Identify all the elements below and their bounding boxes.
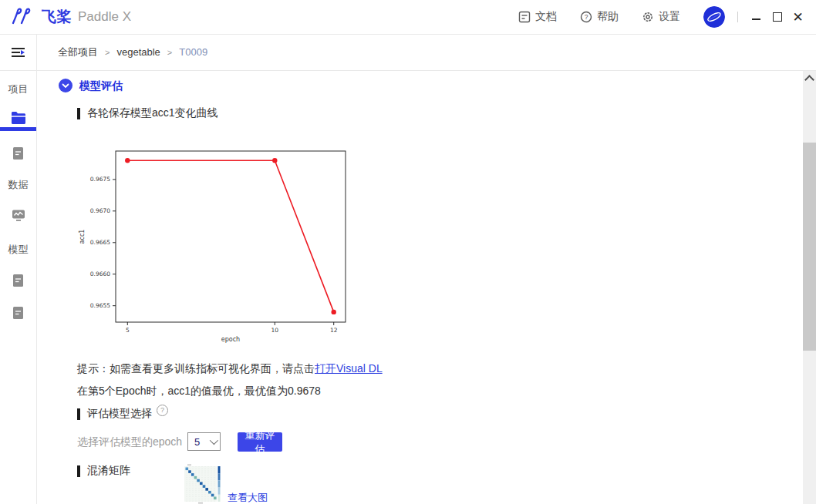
avatar[interactable] (703, 6, 725, 28)
menu-unfold-icon (12, 48, 25, 57)
confusion-section-title: 混淆矩阵 (87, 464, 130, 478)
menu-item-help[interactable]: ? 帮助 (580, 10, 619, 24)
scroll-up-icon[interactable] (805, 74, 813, 82)
open-visualdl-link[interactable]: 打开Visual DL (315, 362, 383, 375)
svg-text:10: 10 (271, 327, 279, 334)
breadcrumb-separator: > (167, 48, 172, 57)
curve-section-title: 各轮保存模型acc1变化曲线 (87, 106, 218, 120)
breadcrumb-bar: 全部项目>vegetable>T0009 (37, 35, 816, 71)
maximize-icon (773, 12, 782, 22)
view-large-link[interactable]: 查看大图 (228, 491, 268, 504)
vertical-scrollbar[interactable] (803, 71, 816, 504)
menu-item-label: 文档 (535, 10, 557, 24)
minimize-button[interactable] (746, 6, 767, 28)
breadcrumb-separator: > (105, 48, 110, 57)
visualdl-tip: 提示：如需查看更多训练指标可视化界面，请点击打开Visual DL (77, 362, 383, 376)
maximize-button[interactable] (767, 6, 787, 28)
tip-text: 提示：如需查看更多训练指标可视化界面，请点击 (77, 362, 315, 375)
app-header: 飞桨 Paddle X 文档 ? 帮助 设置 (0, 0, 816, 35)
help-icon: ? (580, 11, 592, 23)
sidebar-group-label-project: 项目 (0, 82, 36, 96)
scrollbar-thumb[interactable] (803, 143, 816, 351)
sidebar: 项目 数据 模型 (0, 35, 37, 504)
file-icon (12, 274, 24, 287)
eval-section-title: 评估模型选择 (87, 407, 152, 421)
best-epoch-text: 在第5个Epoch时，acc1的值最优，最优值为0.9678 (77, 385, 321, 398)
menu-item-label: 帮助 (597, 10, 619, 24)
paddle-logo: 飞桨 Paddle X (11, 7, 131, 27)
question-circle-icon[interactable]: ? (157, 405, 168, 416)
close-button[interactable]: ✕ (787, 6, 808, 28)
collapse-section-button[interactable] (59, 79, 72, 92)
sidebar-item-project-doc[interactable] (0, 146, 36, 160)
re-evaluate-button[interactable]: 重新评估 (238, 432, 282, 452)
section-bar-marker (77, 408, 80, 420)
logo-text-cn: 飞桨 (42, 7, 72, 27)
sidebar-group-label-model: 模型 (0, 243, 36, 257)
eval-section-header: 评估模型选择 ? (77, 407, 168, 421)
svg-text:0.9670: 0.9670 (90, 207, 110, 214)
svg-text:12: 12 (330, 327, 338, 334)
breadcrumb-item-task: T0009 (179, 46, 207, 58)
svg-text:0.9675: 0.9675 (90, 176, 110, 183)
epoch-select-label: 选择评估模型的epoch (77, 432, 182, 451)
sidebar-group-label-data: 数据 (0, 178, 36, 192)
page-title: 模型评估 (79, 79, 123, 93)
menu-item-label: 设置 (659, 10, 680, 24)
sidebar-item-data-monitor[interactable] (0, 209, 36, 222)
close-icon: ✕ (792, 11, 803, 24)
logo-text-en: Paddle X (78, 9, 131, 25)
chevron-down-icon (210, 436, 218, 445)
svg-text:5: 5 (126, 327, 130, 334)
svg-text:0.9665: 0.9665 (90, 239, 110, 246)
svg-text:0.9660: 0.9660 (90, 270, 110, 277)
gear-icon (642, 11, 654, 23)
epoch-select-value: 5 (194, 436, 200, 448)
sidebar-item-project-list[interactable] (0, 111, 36, 125)
confusion-section-header: 混淆矩阵 (77, 464, 130, 478)
svg-text:?: ? (585, 13, 588, 21)
folder-icon (11, 111, 26, 125)
doc-icon (518, 11, 531, 23)
svg-text:acc1: acc1 (79, 230, 86, 244)
file-icon (12, 146, 24, 160)
breadcrumb: 全部项目>vegetable>T0009 (58, 45, 214, 59)
sidebar-item-model-doc-2[interactable] (0, 306, 36, 320)
paddle-logo-icon (11, 8, 39, 26)
sidebar-toggle-button[interactable] (0, 35, 36, 71)
section-bar-marker (77, 108, 80, 119)
window-controls-divider (737, 12, 738, 22)
sidebar-active-indicator (0, 127, 36, 131)
file-icon (12, 306, 24, 320)
curve-section-header: 各轮保存模型acc1变化曲线 (77, 106, 218, 120)
monitor-chart-icon (12, 209, 25, 222)
chevron-down-icon (62, 83, 69, 89)
menu-item-settings[interactable]: 设置 (642, 10, 680, 24)
menu-item-docs[interactable]: 文档 (518, 10, 557, 24)
sidebar-item-model-doc-1[interactable] (0, 274, 36, 287)
epoch-select[interactable]: 5 (187, 432, 221, 451)
confusion-matrix-thumbnail[interactable] (184, 464, 221, 504)
main-content: 模型评估 各轮保存模型acc1变化曲线 0.96750.96700.96650.… (37, 71, 803, 504)
section-bar-marker (77, 465, 80, 477)
breadcrumb-item-all-projects[interactable]: 全部项目 (58, 46, 98, 58)
svg-text:0.9655: 0.9655 (90, 302, 110, 309)
acc1-chart: 0.96750.96700.96650.96600.965551012epoch… (77, 148, 362, 348)
minimize-icon (752, 18, 760, 20)
svg-text:epoch: epoch (221, 336, 240, 343)
breadcrumb-item-project[interactable]: vegetable (116, 46, 160, 58)
